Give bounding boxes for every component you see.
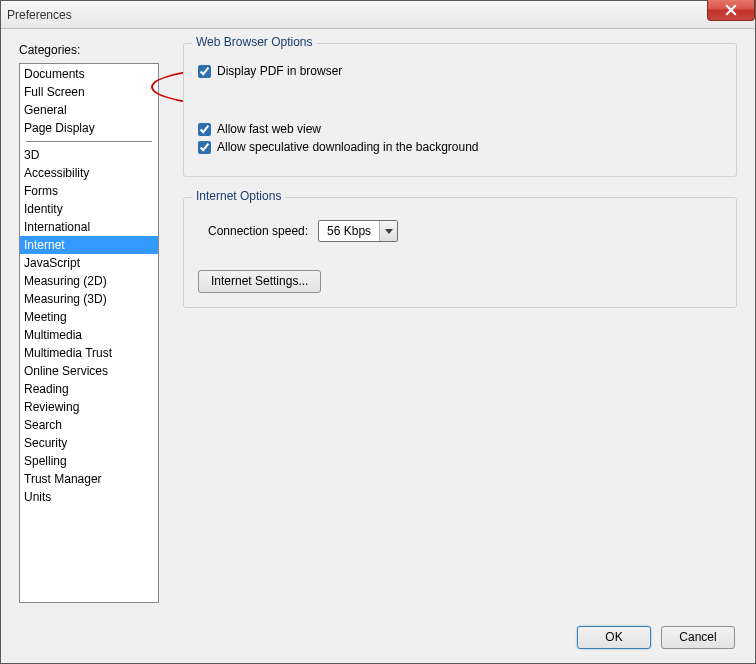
settings-panel: Web Browser Options Display PDF in brows… [159,43,737,605]
window-title: Preferences [7,8,72,22]
category-separator [26,141,152,142]
display-pdf-row: Display PDF in browser [198,64,722,78]
category-item[interactable]: Spelling [20,452,158,470]
fast-web-row: Allow fast web view [198,122,722,136]
group-title-internet: Internet Options [192,189,285,203]
category-item[interactable]: International [20,218,158,236]
group-title-web: Web Browser Options [192,35,317,49]
category-item[interactable]: Security [20,434,158,452]
category-item[interactable]: Multimedia [20,326,158,344]
category-item[interactable]: Identity [20,200,158,218]
category-item[interactable]: Online Services [20,362,158,380]
category-item[interactable]: Measuring (2D) [20,272,158,290]
spacer [198,82,722,118]
speculative-checkbox[interactable] [198,141,211,154]
category-item[interactable]: Internet [20,236,158,254]
category-item[interactable]: Units [20,488,158,506]
connection-speed-select[interactable]: 56 Kbps [318,220,398,242]
category-item[interactable]: Measuring (3D) [20,290,158,308]
preferences-dialog: Preferences Categories: DocumentsFull Sc… [0,0,756,664]
fast-web-checkbox[interactable] [198,123,211,136]
category-item[interactable]: Meeting [20,308,158,326]
connection-speed-label: Connection speed: [208,224,308,238]
categories-panel: Categories: DocumentsFull ScreenGeneralP… [19,43,159,605]
close-icon [725,4,737,16]
category-item[interactable]: Full Screen [20,83,158,101]
internet-settings-button[interactable]: Internet Settings... [198,270,321,293]
category-item[interactable]: Forms [20,182,158,200]
category-item[interactable]: Accessibility [20,164,158,182]
categories-listbox[interactable]: DocumentsFull ScreenGeneralPage Display3… [19,63,159,603]
category-item[interactable]: Reading [20,380,158,398]
internet-options-group: Internet Options Connection speed: 56 Kb… [183,197,737,308]
titlebar: Preferences [1,1,755,29]
category-item[interactable]: Trust Manager [20,470,158,488]
category-item[interactable]: Search [20,416,158,434]
connection-speed-row: Connection speed: 56 Kbps [208,220,722,242]
fast-web-label[interactable]: Allow fast web view [217,122,321,136]
category-item[interactable]: Documents [20,65,158,83]
category-item[interactable]: Reviewing [20,398,158,416]
web-browser-options-group: Web Browser Options Display PDF in brows… [183,43,737,177]
cancel-button[interactable]: Cancel [661,626,735,649]
category-item[interactable]: General [20,101,158,119]
close-button[interactable] [707,0,755,21]
dialog-footer: OK Cancel [577,626,735,649]
display-pdf-checkbox[interactable] [198,65,211,78]
categories-label: Categories: [19,43,159,57]
display-pdf-label[interactable]: Display PDF in browser [217,64,342,78]
ok-button[interactable]: OK [577,626,651,649]
category-item[interactable]: 3D [20,146,158,164]
chevron-down-icon [379,221,397,241]
speculative-label[interactable]: Allow speculative downloading in the bac… [217,140,479,154]
connection-speed-value: 56 Kbps [319,224,379,238]
category-item[interactable]: Multimedia Trust [20,344,158,362]
speculative-row: Allow speculative downloading in the bac… [198,140,722,154]
content-area: Categories: DocumentsFull ScreenGeneralP… [1,29,755,605]
category-item[interactable]: JavaScript [20,254,158,272]
category-item[interactable]: Page Display [20,119,158,137]
